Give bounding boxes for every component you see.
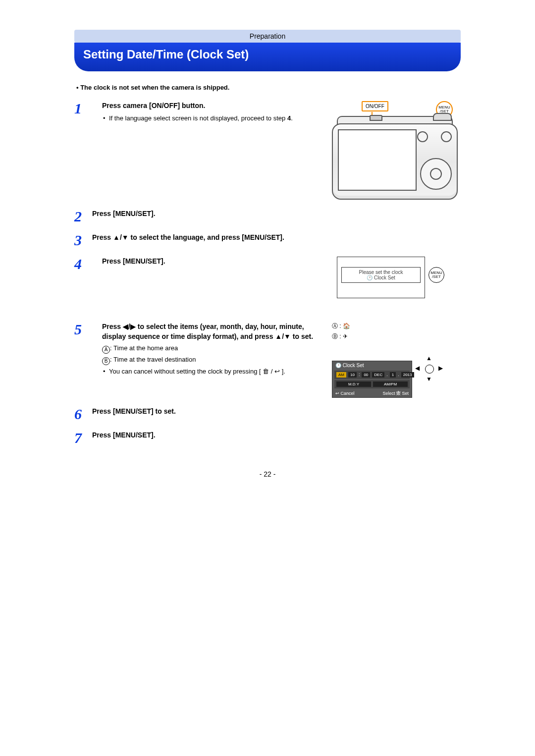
step-7: 7 Press [MENU/SET]. bbox=[74, 431, 461, 445]
small-button bbox=[441, 131, 452, 142]
breadcrumb: Preparation bbox=[74, 30, 461, 43]
format-row: M.D.Y AM/PM bbox=[334, 380, 410, 388]
step-5: 5 Press ◀/▶ to select the items (year, m… bbox=[74, 322, 461, 398]
clockset-figure: Ⓐ : 🏠 Ⓑ : ✈ 🕐 Clock Set AM 10 : 00 DEC .… bbox=[332, 322, 441, 398]
intro-text: The clock is not set when the camera is … bbox=[80, 84, 229, 91]
menuset-icon: MENU /SET bbox=[428, 267, 444, 283]
cancel-note: You can cancel without setting the clock… bbox=[102, 367, 322, 376]
step-number: 1 bbox=[74, 101, 92, 200]
datetime-row: AM 10 : 00 DEC . 1 . 2013 bbox=[334, 371, 410, 379]
step-1: 1 Press camera [ON/OFF] button. If the l… bbox=[74, 101, 461, 200]
dpad-graphic bbox=[420, 158, 452, 190]
step-heading: Press [MENU/SET]. bbox=[102, 257, 322, 267]
page-title: Setting Date/Time (Clock Set) bbox=[74, 43, 461, 71]
step-2: 2 Press [MENU/SET]. bbox=[74, 209, 461, 224]
dpad-icon: ▲ ▼ ◀ ▶ bbox=[417, 357, 441, 380]
step-heading: Press camera [ON/OFF] button. bbox=[102, 101, 322, 111]
step-subnote: If the language select screen is not dis… bbox=[102, 114, 322, 123]
step-number: 2 bbox=[74, 209, 92, 224]
onoff-button-graphic bbox=[370, 115, 382, 121]
step-heading: Press [MENU/SET] to set. bbox=[92, 407, 461, 417]
onoff-callout: ON/OFF bbox=[362, 101, 388, 111]
ab-label-a: Ⓐ : 🏠 bbox=[332, 322, 441, 330]
step-heading: Press ◀/▶ to select the items (year, mon… bbox=[102, 322, 322, 341]
shutter-graphic bbox=[433, 113, 452, 121]
label-b: B: Time at the travel destination bbox=[102, 356, 322, 365]
step-heading: Press ▲/▼ to select the language, and pr… bbox=[92, 233, 461, 243]
step-number: 4 bbox=[74, 257, 92, 298]
step-heading: Press [MENU/SET]. bbox=[92, 209, 461, 219]
step-6: 6 Press [MENU/SET] to set. bbox=[74, 407, 461, 422]
page-number: - 22 - bbox=[74, 470, 461, 478]
camera-illustration: ON/OFF MENU /SET bbox=[332, 101, 461, 200]
small-button bbox=[417, 131, 428, 142]
step-3: 3 Press ▲/▼ to select the language, and … bbox=[74, 233, 461, 248]
ab-label-b: Ⓑ : ✈ bbox=[332, 332, 441, 341]
step-4: 4 Press [MENU/SET]. Please set the clock… bbox=[74, 257, 461, 298]
camera-body bbox=[332, 123, 458, 200]
step-number: 3 bbox=[74, 233, 92, 248]
manual-page: Preparation Setting Date/Time (Clock Set… bbox=[74, 30, 461, 478]
step-number: 5 bbox=[74, 322, 92, 398]
step-number: 7 bbox=[74, 431, 92, 445]
camera-screen bbox=[338, 129, 417, 191]
clockset-screen: 🕐 Clock Set AM 10 : 00 DEC . 1 . 2013 M.… bbox=[332, 361, 412, 398]
intro-note: • The clock is not set when the camera i… bbox=[76, 84, 461, 91]
step-heading: Press [MENU/SET]. bbox=[92, 431, 461, 440]
clock-prompt-box: Please set the clock 🕐 Clock Set bbox=[341, 267, 421, 283]
label-a: A: Time at the home area bbox=[102, 344, 322, 354]
step-number: 6 bbox=[74, 407, 92, 422]
clock-prompt-figure: Please set the clock 🕐 Clock Set MENU /S… bbox=[337, 257, 425, 298]
